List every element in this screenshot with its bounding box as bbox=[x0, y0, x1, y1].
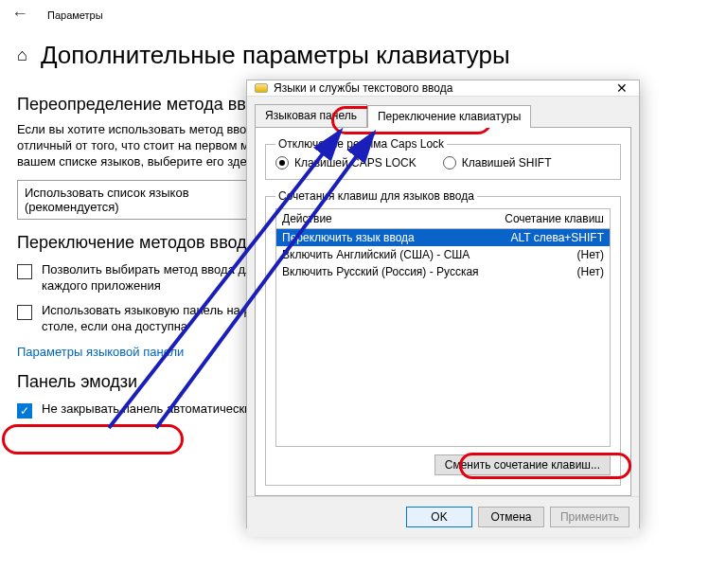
page-title: Дополнительные параметры клавиатуры bbox=[41, 41, 510, 70]
tab-language-panel[interactable]: Языковая панель bbox=[255, 104, 367, 127]
change-hotkey-button[interactable]: Сменить сочетание клавиш... bbox=[434, 454, 611, 475]
per-app-ime-checkbox[interactable] bbox=[17, 264, 32, 279]
cancel-button[interactable]: Отмена bbox=[478, 507, 544, 527]
tab-keyboard-switching[interactable]: Переключение клавиатуры bbox=[367, 105, 531, 128]
apply-button: Применить bbox=[550, 507, 629, 527]
use-langbar-checkbox[interactable] bbox=[17, 305, 32, 320]
hotkeys-fieldset: Сочетания клавиш для языков ввода Действ… bbox=[265, 189, 621, 486]
text-services-dialog: Языки и службы текстового ввода ✕ Языков… bbox=[246, 80, 640, 528]
home-icon[interactable]: ⌂ bbox=[17, 45, 27, 65]
col-action: Действие bbox=[276, 209, 338, 228]
col-keys: Сочетание клавиш bbox=[499, 209, 610, 228]
annotation-circle bbox=[2, 424, 184, 454]
hotkeys-list[interactable]: Переключить язык вводаALT слева+SHIFTВкл… bbox=[275, 229, 611, 447]
hotkeys-row[interactable]: Включить Русский (Россия) - Русская(Нет) bbox=[276, 263, 610, 280]
emoji-autoclose-checkbox[interactable]: ✓ bbox=[17, 403, 32, 419]
window-title: Параметры bbox=[47, 9, 103, 21]
hotkeys-legend: Сочетания клавиш для языков ввода bbox=[275, 189, 477, 203]
keyboard-icon bbox=[255, 83, 268, 93]
hotkeys-header: Действие Сочетание клавиш bbox=[275, 208, 611, 229]
dialog-title: Языки и службы текстового ввода bbox=[274, 81, 452, 95]
close-icon[interactable]: ✕ bbox=[612, 80, 631, 96]
radio-shift[interactable]: Клавишей SHIFT bbox=[443, 156, 552, 169]
hotkeys-row[interactable]: Включить Английский (США) - США(Нет) bbox=[276, 246, 610, 263]
ok-button[interactable]: OK bbox=[406, 507, 472, 527]
hotkeys-row[interactable]: Переключить язык вводаALT слева+SHIFT bbox=[276, 229, 610, 246]
back-button[interactable]: ← bbox=[11, 4, 28, 24]
capslock-fieldset: Отключение режима Caps Lock Клавишей CAP… bbox=[265, 137, 621, 180]
capslock-legend: Отключение режима Caps Lock bbox=[275, 137, 447, 151]
radio-capslock[interactable]: Клавишей CAPS LOCK bbox=[275, 156, 417, 169]
default-ime-combo[interactable]: Использовать список языков (рекомендуетс… bbox=[17, 180, 282, 220]
